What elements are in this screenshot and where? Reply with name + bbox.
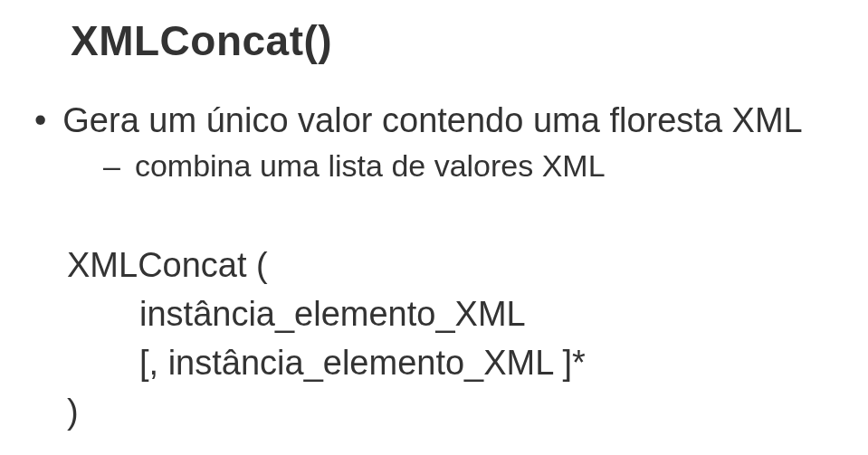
bullet-icon: • <box>34 103 46 137</box>
syntax-arg1: instância_elemento_XML <box>139 289 843 338</box>
syntax-open: XMLConcat ( <box>67 241 843 289</box>
bullet-text: Gera um único valor contendo uma florest… <box>62 100 802 141</box>
bullet-item: • Gera um único valor contendo uma flore… <box>34 100 843 141</box>
slide: XMLConcat() • Gera um único valor conten… <box>0 0 868 455</box>
description-block: • Gera um único valor contendo uma flore… <box>34 100 843 185</box>
dash-icon: – <box>103 147 120 185</box>
sub-text: combina uma lista de valores XML <box>135 147 606 185</box>
page-title: XMLConcat() <box>71 16 843 65</box>
sub-item: – combina uma lista de valores XML <box>103 147 843 185</box>
syntax-close: ) <box>67 387 843 436</box>
syntax-block: XMLConcat ( instância_elemento_XML [, in… <box>67 241 843 436</box>
syntax-arg2: [, instância_elemento_XML ]* <box>139 338 843 387</box>
